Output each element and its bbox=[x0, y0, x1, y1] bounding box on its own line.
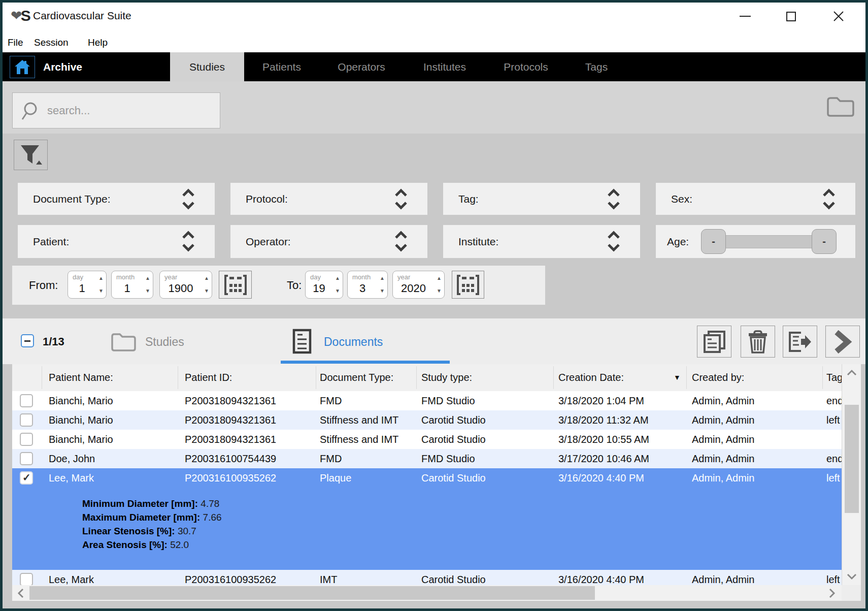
search-input[interactable]: search... bbox=[12, 92, 220, 128]
from-day-spinner[interactable]: day 1 ▲▼ bbox=[68, 271, 107, 299]
menu-help[interactable]: Help bbox=[88, 37, 108, 48]
table-row[interactable]: Bianchi, MarioP200318094321361FMDFMD Stu… bbox=[12, 391, 842, 410]
tag-select[interactable]: Tag: bbox=[443, 183, 640, 215]
spin-down-icon[interactable]: ▼ bbox=[437, 288, 442, 294]
from-month-spinner[interactable]: month 1 ▲▼ bbox=[111, 271, 153, 299]
horizontal-scroll-thumb[interactable] bbox=[29, 586, 595, 600]
column-created-by[interactable]: Created by: bbox=[692, 364, 744, 391]
cell-tag: left bbox=[826, 468, 842, 488]
scroll-right-button[interactable] bbox=[824, 585, 840, 601]
tab-operators[interactable]: Operators bbox=[338, 52, 385, 81]
app-logo-icon: ❤S bbox=[11, 8, 31, 24]
close-button[interactable] bbox=[830, 10, 847, 23]
from-year-spinner[interactable]: year 1900 ▲▼ bbox=[159, 271, 212, 299]
search-placeholder: search... bbox=[47, 93, 90, 128]
spin-down-icon[interactable]: ▼ bbox=[98, 288, 104, 294]
tab-institutes[interactable]: Institutes bbox=[423, 52, 466, 81]
spin-up-icon[interactable]: ▲ bbox=[437, 276, 442, 281]
filter-funnel-icon bbox=[19, 143, 43, 167]
copy-documents-button[interactable] bbox=[697, 326, 731, 358]
menu-session[interactable]: Session bbox=[34, 37, 69, 48]
tab-studies[interactable]: Studies bbox=[170, 52, 244, 81]
to-year-spinner[interactable]: year 2020 ▲▼ bbox=[392, 271, 445, 299]
nav-section-title: Archive bbox=[43, 52, 82, 81]
spin-down-icon[interactable]: ▼ bbox=[380, 288, 385, 294]
scroll-down-button[interactable] bbox=[842, 570, 861, 583]
select-all-checkbox[interactable] bbox=[21, 334, 34, 347]
scroll-left-button[interactable] bbox=[13, 585, 28, 601]
column-tag[interactable]: Tag: bbox=[826, 364, 842, 391]
maximize-button[interactable] bbox=[782, 10, 799, 23]
column-creation-date[interactable]: Creation Date: bbox=[558, 364, 624, 391]
spin-down-icon[interactable]: ▼ bbox=[335, 288, 340, 294]
document-type-select[interactable]: Document Type: bbox=[18, 183, 215, 215]
table-row[interactable]: Bianchi, MarioP200318094321361Stiffness … bbox=[12, 410, 842, 430]
table-row[interactable]: ✓Lee, MarkP200316100935262PlaqueCarotid … bbox=[12, 468, 842, 570]
age-max-handle[interactable]: - bbox=[812, 229, 837, 254]
calendar-icon bbox=[224, 274, 247, 296]
operator-select[interactable]: Operator: bbox=[230, 225, 427, 258]
filter-button[interactable] bbox=[14, 140, 48, 170]
spin-down-icon[interactable]: ▼ bbox=[145, 288, 150, 294]
column-document-type[interactable]: Document Type: bbox=[320, 364, 393, 391]
to-label: To: bbox=[287, 266, 302, 305]
protocol-select[interactable]: Protocol: bbox=[230, 183, 427, 215]
age-min-handle[interactable]: - bbox=[701, 229, 726, 254]
from-day-value[interactable]: 1 bbox=[68, 282, 96, 295]
indeterminate-icon bbox=[24, 340, 30, 342]
spin-down-icon[interactable]: ▼ bbox=[204, 288, 209, 294]
delete-button[interactable] bbox=[741, 326, 775, 358]
horizontal-scrollbar[interactable] bbox=[12, 585, 842, 601]
to-day-value[interactable]: 19 bbox=[306, 282, 332, 295]
date-range-bar: From: day 1 ▲▼ month 1 ▲▼ year 1900 ▲▼ T… bbox=[12, 266, 545, 305]
to-year-value[interactable]: 2020 bbox=[393, 282, 434, 295]
documents-view-tab[interactable]: Documents bbox=[324, 318, 383, 364]
row-checkbox[interactable] bbox=[20, 433, 33, 446]
checkmark-icon: ✓ bbox=[22, 471, 31, 484]
from-month-value[interactable]: 1 bbox=[112, 282, 143, 295]
chevron-up-down-icon bbox=[393, 188, 409, 210]
spin-up-icon[interactable]: ▲ bbox=[380, 276, 385, 281]
table-row[interactable]: Doe, JohnP200316100754439FMDFMD Studio3/… bbox=[12, 449, 842, 468]
spin-up-icon[interactable]: ▲ bbox=[204, 276, 209, 281]
scroll-left-icon bbox=[17, 588, 24, 599]
scroll-up-button[interactable] bbox=[842, 366, 861, 379]
to-calendar-button[interactable] bbox=[452, 271, 484, 299]
row-checkbox[interactable] bbox=[20, 573, 33, 586]
export-button[interactable] bbox=[783, 326, 817, 358]
chevron-up-down-icon bbox=[180, 188, 196, 210]
vertical-scroll-thumb[interactable] bbox=[845, 405, 859, 513]
home-button[interactable] bbox=[10, 56, 35, 78]
row-checkbox[interactable]: ✓ bbox=[20, 471, 33, 485]
age-slider-track bbox=[713, 235, 825, 248]
to-day-spinner[interactable]: day 19 ▲▼ bbox=[305, 271, 343, 299]
menu-file[interactable]: File bbox=[8, 37, 23, 48]
row-checkbox[interactable] bbox=[20, 394, 33, 407]
row-checkbox[interactable] bbox=[20, 452, 33, 465]
next-page-button[interactable] bbox=[825, 326, 860, 358]
tab-patients[interactable]: Patients bbox=[262, 52, 301, 81]
to-month-spinner[interactable]: month 3 ▲▼ bbox=[347, 271, 388, 299]
sex-select[interactable]: Sex: bbox=[656, 183, 855, 215]
column-patient-id[interactable]: Patient ID: bbox=[185, 364, 232, 391]
from-year-value[interactable]: 1900 bbox=[160, 282, 202, 295]
minimize-button[interactable] bbox=[737, 10, 754, 23]
sort-descending-icon[interactable]: ▼ bbox=[674, 364, 681, 391]
studies-view-tab[interactable]: Studies bbox=[145, 318, 184, 364]
cell-by: Admin, Admin bbox=[692, 410, 819, 430]
to-month-value[interactable]: 3 bbox=[348, 282, 377, 295]
from-calendar-button[interactable] bbox=[219, 271, 252, 299]
spin-up-icon[interactable]: ▲ bbox=[145, 276, 150, 281]
spin-up-icon[interactable]: ▲ bbox=[335, 276, 340, 281]
vertical-scrollbar[interactable] bbox=[842, 364, 861, 585]
patient-select[interactable]: Patient: bbox=[18, 225, 215, 258]
tab-protocols[interactable]: Protocols bbox=[504, 52, 548, 81]
spin-up-icon[interactable]: ▲ bbox=[98, 276, 104, 281]
column-patient-name[interactable]: Patient Name: bbox=[49, 364, 113, 391]
row-checkbox[interactable] bbox=[20, 413, 33, 427]
open-folder-button[interactable] bbox=[825, 93, 856, 119]
tab-tags[interactable]: Tags bbox=[585, 52, 608, 81]
table-row[interactable]: Bianchi, MarioP200318094321361Stiffness … bbox=[12, 430, 842, 449]
column-study-type[interactable]: Study type: bbox=[421, 364, 472, 391]
institute-select[interactable]: Institute: bbox=[443, 225, 640, 258]
